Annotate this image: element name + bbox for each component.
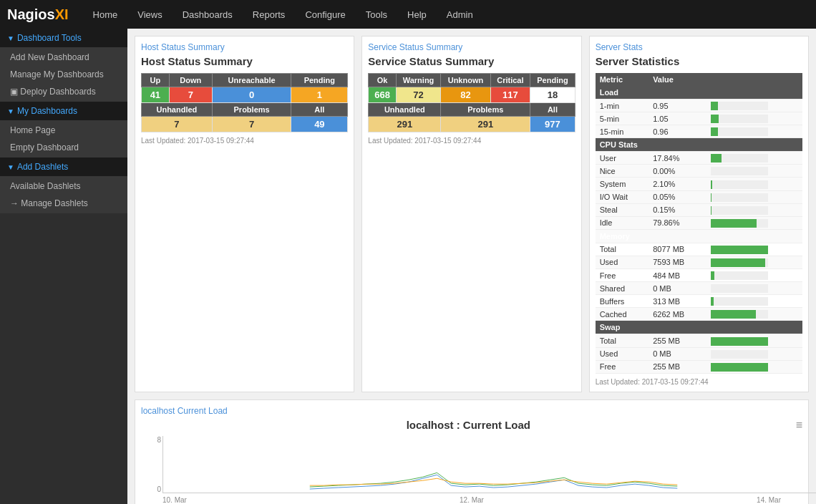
load-x-labels: 10. Mar 12. Mar 14. Mar — [162, 496, 781, 504]
stats-value: 6262 MB — [649, 308, 706, 321]
stats-value: 1.05 — [649, 112, 706, 125]
host-status-last-updated: Last Updated: 2017-03-15 09:27:44 — [141, 137, 348, 145]
service-status-table: Ok Warning Unknown Critical Pending 668 … — [368, 73, 575, 132]
host-col-unreachable: Unreachable — [212, 74, 291, 87]
svc-all-count[interactable]: 977 — [530, 117, 575, 132]
load-x-label-0: 10. Mar — [162, 496, 187, 504]
nav-home[interactable]: Home — [83, 0, 128, 29]
stats-metric: 5-min — [596, 112, 649, 125]
sidebar-section-dashboard-tools-label: Dashboard Tools — [17, 33, 82, 43]
nav-reports[interactable]: Reports — [243, 0, 296, 29]
table-row: Total8077 MB — [596, 243, 802, 256]
sidebar-item-manage-dashlets[interactable]: → Manage Dashlets — [0, 195, 127, 212]
svc-col-unknown: Unknown — [441, 74, 490, 87]
svc-ok-count[interactable]: 668 — [369, 87, 396, 103]
logo-xi: XI — [55, 6, 69, 22]
chart-header-load: localhost : Current Load ≡ — [141, 419, 802, 432]
load-x-label-2: 14. Mar — [757, 496, 781, 504]
stats-metric: Cached — [596, 308, 649, 321]
stats-bar — [706, 165, 802, 178]
service-status-title: Service Status Summary — [368, 55, 575, 67]
sidebar-item-deploy-dashboards[interactable]: ▣ Deploy Dashboards — [0, 83, 127, 100]
host-pending-count[interactable]: 1 — [291, 87, 348, 103]
chart-menu-icon-load[interactable]: ≡ — [796, 419, 802, 432]
stats-value: 255 MB — [649, 360, 706, 373]
host-unhandled-count[interactable]: 7 — [142, 117, 213, 132]
stats-bar — [706, 308, 802, 321]
load-x-label-1: 12. Mar — [460, 496, 484, 504]
sidebar-item-available-dashlets[interactable]: Available Dashlets — [0, 178, 127, 195]
svc-critical-count[interactable]: 117 — [490, 87, 530, 103]
sidebar-subsection-dashboard-tools: Add New Dashboard Manage My Dashboards ▣… — [0, 47, 127, 102]
stats-bar — [706, 100, 802, 112]
stats-col-value: Value — [649, 73, 706, 86]
stats-bar — [706, 360, 802, 373]
svc-problems-count[interactable]: 291 — [441, 117, 530, 132]
stats-metric: Used — [596, 256, 649, 268]
sidebar-item-manage-my-dashboards[interactable]: Manage My Dashboards — [0, 66, 127, 83]
host-problems-count[interactable]: 7 — [212, 117, 291, 132]
stats-col-metric: Metric — [596, 73, 649, 86]
host-up-count[interactable]: 41 — [142, 87, 170, 103]
table-row: 15-min0.96 — [596, 125, 802, 138]
server-stats-section-label: Server Stats — [596, 42, 802, 52]
host-all-count[interactable]: 49 — [291, 117, 348, 132]
stats-value: 0 MB — [649, 347, 706, 360]
svc-unhandled-count[interactable]: 291 — [369, 117, 441, 132]
load-chart-area: 8 0 — [141, 436, 802, 493]
stats-bar — [706, 243, 802, 256]
stats-section-swap: Swap — [596, 321, 802, 334]
sidebar-item-home-page[interactable]: Home Page — [0, 122, 127, 139]
sidebar-subsection-add-dashlets: Available Dashlets → Manage Dashlets — [0, 176, 127, 213]
stats-value: 313 MB — [649, 295, 706, 308]
host-status-link[interactable]: Host Status Summary — [141, 42, 348, 52]
table-row: Cached6262 MB — [596, 308, 802, 321]
table-row: Used7593 MB — [596, 256, 802, 268]
table-row: Free255 MB — [596, 360, 802, 373]
stats-value: 0.95 — [649, 100, 706, 112]
server-stats-panel: Server Stats Server Statistics Metric Va… — [589, 36, 809, 392]
nav-items: Home Views Dashboards Reports Configure … — [83, 0, 483, 29]
host-down-count[interactable]: 7 — [169, 87, 212, 103]
load5-line — [310, 472, 678, 487]
host-col-up: Up — [142, 74, 170, 87]
stats-section-memory: Memory — [596, 229, 802, 243]
server-stats-table: Metric Value Load1-min0.955-min1.0515-mi… — [596, 73, 802, 374]
svc-warning-count[interactable]: 72 — [396, 87, 441, 103]
stats-value: 255 MB — [649, 334, 706, 347]
sidebar-section-add-dashlets[interactable]: ▼ Add Dashlets — [0, 158, 127, 176]
deploy-icon: ▣ — [10, 87, 20, 97]
stats-value: 0 MB — [649, 282, 706, 295]
stats-bar — [706, 347, 802, 360]
host-unreachable-count[interactable]: 0 — [212, 87, 291, 103]
stats-bar — [706, 203, 802, 216]
table-row: System2.10% — [596, 178, 802, 190]
host-status-title: Host Status Summary — [141, 55, 348, 67]
nav-tools[interactable]: Tools — [356, 0, 397, 29]
host-col-unhandled: Unhandled — [142, 103, 213, 117]
stats-value: 2.10% — [649, 178, 706, 190]
nav-configure[interactable]: Configure — [295, 0, 355, 29]
service-status-link[interactable]: Service Status Summary — [368, 42, 575, 52]
stats-metric: Total — [596, 334, 649, 347]
server-stats-last-updated: Last Updated: 2017-03-15 09:27:44 — [596, 378, 802, 386]
sidebar-item-add-new-dashboard[interactable]: Add New Dashboard — [0, 49, 127, 66]
stats-bar — [706, 190, 802, 203]
svc-pending-count[interactable]: 18 — [530, 87, 575, 103]
table-row: Total255 MB — [596, 334, 802, 347]
sidebar-section-dashboard-tools[interactable]: ▼ Dashboard Tools — [0, 29, 127, 47]
sidebar-section-my-dashboards-label: My Dashboards — [17, 106, 77, 116]
nav-admin[interactable]: Admin — [437, 0, 483, 29]
sidebar-section-my-dashboards[interactable]: ▼ My Dashboards — [0, 102, 127, 120]
nav-views[interactable]: Views — [127, 0, 172, 29]
sidebar-item-empty-dashboard[interactable]: Empty Dashboard — [0, 139, 127, 156]
table-row: Used0 MB — [596, 347, 802, 360]
svc-col-all: All — [530, 103, 575, 117]
nav-dashboards[interactable]: Dashboards — [173, 0, 243, 29]
svc-col-problems: Problems — [441, 103, 530, 117]
nav-help[interactable]: Help — [397, 0, 437, 29]
svc-unknown-count[interactable]: 82 — [441, 87, 490, 103]
current-load-link[interactable]: localhost Current Load — [141, 406, 802, 416]
chevron-down-icon-3: ▼ — [7, 163, 14, 171]
table-row: Shared0 MB — [596, 282, 802, 295]
